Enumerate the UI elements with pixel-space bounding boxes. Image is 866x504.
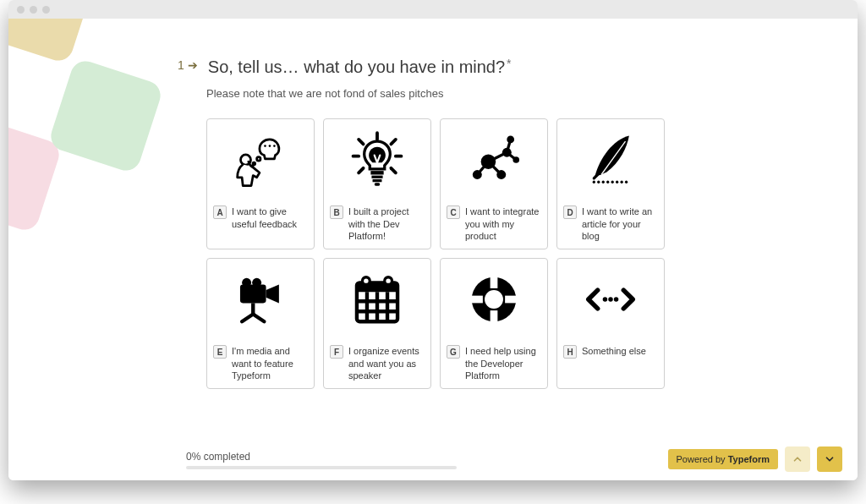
- option-card-d[interactable]: D I want to write an article for your bl…: [556, 118, 665, 249]
- thinker-icon: [207, 119, 314, 200]
- svg-rect-14: [371, 176, 382, 178]
- svg-point-29: [593, 181, 595, 184]
- progress-text: 0% completed: [186, 451, 457, 463]
- svg-point-25: [502, 148, 512, 157]
- nav-up-button[interactable]: [785, 446, 810, 472]
- svg-point-4: [253, 162, 255, 165]
- question-note: Please note that we are not fond of sale…: [206, 87, 820, 100]
- svg-rect-15: [373, 179, 382, 182]
- network-icon: [441, 119, 547, 200]
- window-dot: [17, 6, 25, 14]
- browser-window: 1 ➔ So, tell us… what do you have in min…: [8, 0, 858, 480]
- option-card-h[interactable]: H Something else: [556, 258, 665, 389]
- nav-down-button[interactable]: [817, 446, 842, 472]
- svg-point-36: [625, 181, 628, 184]
- option-key: E: [213, 345, 227, 359]
- powered-prefix: Powered by: [677, 454, 728, 464]
- svg-point-24: [496, 170, 506, 179]
- option-key: C: [447, 205, 460, 219]
- option-label: I want to integrate you with my product: [465, 205, 541, 242]
- option-card-e[interactable]: E I'm media and want to feature Typeform: [206, 258, 315, 389]
- svg-line-7: [359, 140, 363, 144]
- svg-point-39: [242, 278, 251, 288]
- code-ellipsis-icon: [557, 259, 664, 340]
- option-key: F: [330, 345, 343, 359]
- progress-bar: [186, 466, 457, 469]
- svg-rect-16: [375, 184, 381, 186]
- svg-point-47: [385, 277, 392, 285]
- svg-point-33: [611, 181, 614, 184]
- option-key: H: [563, 345, 577, 359]
- powered-by-badge[interactable]: Powered by Typeform: [668, 449, 778, 469]
- question-number: 1 ➔: [178, 57, 198, 72]
- svg-point-3: [257, 157, 260, 161]
- option-card-f[interactable]: F I organize events and want you as spea…: [323, 258, 431, 389]
- window-dot: [30, 6, 37, 14]
- svg-line-11: [359, 168, 363, 173]
- svg-point-23: [473, 170, 482, 179]
- svg-line-42: [242, 315, 253, 322]
- video-camera-icon: [207, 259, 314, 340]
- option-card-g[interactable]: G I need help using the Developer Platfo…: [440, 258, 548, 389]
- option-key: D: [563, 205, 577, 219]
- svg-point-54: [485, 290, 503, 309]
- chevron-down-icon: [824, 453, 836, 465]
- option-label: I want to give useful feedback: [232, 205, 308, 230]
- svg-rect-37: [240, 285, 266, 304]
- question-text: So, tell us… what do you have in mind?: [208, 58, 505, 76]
- lifebuoy-icon: [441, 259, 547, 340]
- svg-rect-58: [505, 296, 518, 304]
- option-label: I built a project with the Dev Platform!: [348, 205, 425, 242]
- option-label: Something else: [582, 345, 646, 357]
- svg-point-2: [273, 145, 276, 148]
- decorative-square: [47, 58, 165, 175]
- option-key: G: [447, 345, 460, 359]
- lightbulb-icon: [324, 119, 430, 200]
- arrow-right-icon: ➔: [188, 58, 198, 72]
- svg-point-27: [512, 157, 519, 164]
- svg-point-60: [608, 297, 612, 301]
- svg-point-61: [614, 297, 618, 301]
- option-key: B: [330, 205, 343, 219]
- question-number-text: 1: [178, 58, 184, 72]
- option-label: I organize events and want you as speake…: [348, 345, 425, 381]
- svg-point-1: [269, 145, 271, 148]
- option-card-b[interactable]: B I built a project with the Dev Platfor…: [323, 118, 431, 249]
- svg-point-59: [603, 297, 607, 301]
- options-grid: A I want to give useful feedback: [206, 118, 680, 389]
- svg-point-22: [481, 155, 496, 170]
- powered-brand: Typeform: [728, 454, 770, 464]
- window-title-bar: [8, 0, 858, 19]
- svg-point-30: [597, 181, 600, 184]
- svg-rect-55: [491, 276, 498, 288]
- option-card-c[interactable]: C I want to integrate you with my produc…: [440, 118, 548, 249]
- svg-point-40: [252, 278, 261, 288]
- option-label: I need help using the Developer Platform: [465, 345, 541, 381]
- svg-line-43: [253, 315, 264, 322]
- quill-icon: [557, 119, 664, 200]
- option-card-a[interactable]: A I want to give useful feedback: [206, 118, 315, 249]
- option-label: I'm media and want to feature Typeform: [232, 345, 308, 381]
- option-key: A: [213, 205, 227, 219]
- svg-point-46: [363, 277, 370, 285]
- option-label: I want to write an article for your blog: [582, 205, 658, 242]
- svg-rect-13: [370, 171, 383, 174]
- svg-line-8: [391, 140, 395, 144]
- svg-point-26: [507, 136, 514, 144]
- svg-point-35: [620, 181, 622, 184]
- window-dot: [42, 6, 50, 14]
- svg-rect-56: [491, 310, 498, 323]
- svg-marker-38: [266, 285, 279, 304]
- svg-point-32: [606, 181, 609, 184]
- svg-line-28: [594, 175, 597, 178]
- svg-line-12: [391, 168, 395, 173]
- svg-point-31: [602, 181, 605, 184]
- svg-point-34: [616, 181, 618, 184]
- svg-point-0: [264, 145, 266, 148]
- chevron-up-icon: [792, 453, 803, 465]
- calendar-icon: [324, 259, 430, 340]
- svg-rect-57: [470, 296, 483, 304]
- required-mark: *: [507, 57, 511, 70]
- decorative-square: [8, 19, 96, 64]
